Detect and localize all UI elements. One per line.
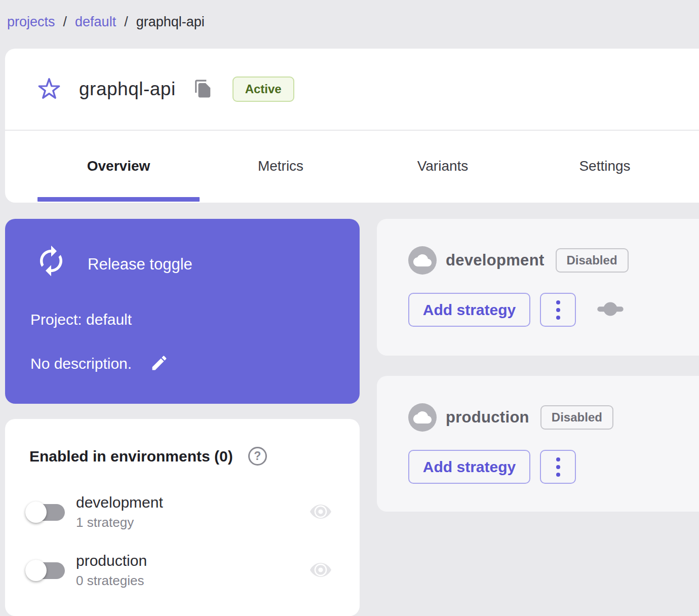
environment-name: production [76, 552, 147, 569]
environment-menu-button[interactable] [540, 293, 576, 327]
strategy-card-development: development Disabled Add strategy [377, 219, 699, 356]
edit-description-button[interactable] [149, 354, 169, 374]
enabled-environments-title: Enabled in environments (0) [29, 448, 233, 465]
environment-card-name: development [446, 251, 545, 270]
environment-strategy-count: 0 strategies [76, 573, 147, 589]
cloud-icon [408, 403, 437, 432]
environment-row-development: development 1 strategy [24, 494, 340, 530]
feature-header-card: graphql-api Active Overview Metrics Vari… [5, 49, 699, 203]
visibility-button[interactable] [308, 500, 333, 524]
environment-row-production: production 0 strategies [24, 552, 340, 589]
copy-name-button[interactable] [193, 79, 213, 99]
copy-icon [193, 79, 213, 100]
tab-variants[interactable]: Variants [362, 131, 524, 202]
tab-overview-label: Overview [87, 158, 150, 174]
environment-strategy-count: 1 strategy [76, 515, 163, 530]
toggle-knob [25, 560, 47, 581]
eye-icon [308, 501, 333, 524]
page-title: graphql-api [79, 79, 176, 100]
star-icon [37, 77, 61, 102]
kebab-icon [556, 457, 560, 477]
strategy-slider-icon [596, 295, 625, 325]
feature-title-row: graphql-api Active [5, 49, 699, 131]
active-tab-indicator [37, 197, 200, 202]
help-icon[interactable]: ? [248, 447, 267, 466]
visibility-button[interactable] [308, 559, 333, 582]
development-toggle[interactable] [24, 497, 66, 527]
toggle-knob [25, 502, 47, 523]
environment-card-name: production [446, 408, 529, 427]
autorenew-icon [34, 244, 68, 280]
tab-metrics[interactable]: Metrics [200, 131, 362, 202]
environment-status-chip: Disabled [556, 248, 629, 273]
cloud-icon [408, 246, 437, 275]
tab-overview[interactable]: Overview [37, 131, 200, 202]
tab-settings[interactable]: Settings [524, 131, 686, 202]
environment-status-chip: Disabled [540, 405, 613, 430]
production-toggle[interactable] [24, 556, 66, 585]
breadcrumb-link-projects[interactable]: projects [7, 14, 55, 30]
kebab-icon [556, 300, 560, 320]
tab-bar: Overview Metrics Variants Settings [5, 131, 699, 202]
breadcrumb-current: graphql-api [136, 14, 205, 30]
status-badge: Active [232, 76, 294, 102]
breadcrumb-link-default[interactable]: default [75, 14, 116, 30]
pencil-icon [150, 354, 169, 374]
toggle-type-label: Release toggle [88, 255, 192, 274]
add-strategy-button[interactable]: Add strategy [408, 450, 530, 484]
environment-menu-button[interactable] [540, 450, 576, 484]
eye-icon [308, 559, 333, 582]
toggle-project-label: Project: default [30, 311, 132, 328]
favorite-button[interactable] [37, 78, 61, 101]
environment-name: development [76, 494, 163, 511]
toggle-type-card: Release toggle Project: default No descr… [5, 219, 360, 404]
strategy-card-production: production Disabled Add strategy [377, 376, 699, 512]
add-strategy-button[interactable]: Add strategy [408, 293, 530, 327]
breadcrumb-separator: / [63, 14, 67, 30]
breadcrumb-separator: / [124, 14, 128, 30]
enabled-environments-panel: Enabled in environments (0) ? developmen… [5, 419, 360, 616]
toggle-description: No description. [30, 355, 132, 372]
breadcrumb: projects / default / graphql-api [7, 14, 205, 30]
